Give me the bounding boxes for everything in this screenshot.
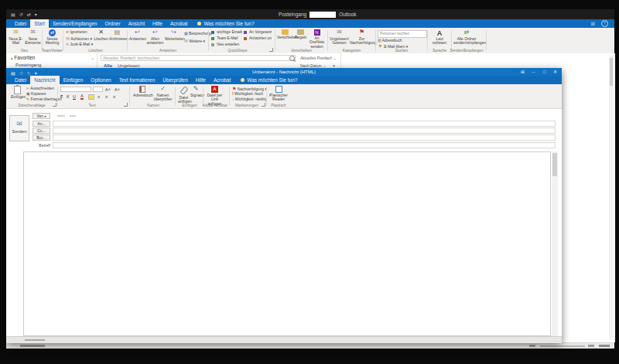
new-meeting-button[interactable]: ⇄ Neues Meeting (43, 29, 61, 46)
close-icon[interactable]: ✕ (550, 68, 560, 76)
forward-button[interactable]: ↪ Weiterleiten (165, 29, 183, 41)
maximize-icon[interactable]: □ (539, 68, 549, 76)
to-field[interactable] (53, 121, 556, 127)
italic-button[interactable]: K (67, 94, 70, 99)
ignore-button[interactable]: ⊘ Ignorieren (66, 30, 87, 35)
onenote-button[interactable]: N An OneNote senden (308, 29, 326, 49)
grow-font-button[interactable]: A˄ (105, 87, 111, 92)
more-respond-button[interactable]: ✉ Weitere ▾ (184, 39, 205, 44)
cc-button[interactable]: Cc... (32, 128, 50, 134)
importance-high-button[interactable]: ! Wichtigkeit: hoch (232, 92, 263, 97)
compose-tab-hilfe[interactable]: Hilfe (192, 76, 210, 84)
addressbook-button-compose[interactable]: Adressbuch (133, 86, 152, 97)
to-button[interactable]: An... (32, 121, 50, 127)
junk-button[interactable]: ⊘ Junk-E-Mail ▾ (66, 43, 93, 47)
cut-button[interactable]: ✂ Ausschneiden (26, 87, 54, 91)
clipboard-dialog-launcher[interactable] (53, 103, 56, 107)
bcc-field[interactable] (53, 134, 556, 141)
new-items-button[interactable]: ✉ Neue Elemente (25, 29, 41, 46)
compose-tab-nachricht[interactable]: Nachricht (30, 76, 59, 84)
new-email-button[interactable]: ✉ Neue E-Mail (8, 29, 24, 46)
ribbon-display-options-icon[interactable]: ⊞ (591, 21, 595, 27)
compose-tab-acrobat[interactable]: Acrobat (210, 76, 234, 84)
bold-button[interactable]: F (60, 94, 63, 99)
unread-read-button[interactable]: ✉ Ungelesen/ Gelesen (330, 29, 349, 46)
quickstep-wichtige-emails[interactable]: wichtige Emails (211, 30, 242, 35)
check-names-button[interactable]: ✓ Namen überprüfen (152, 86, 173, 102)
align-button[interactable]: ≡ (113, 94, 115, 99)
compose-tab-optionen[interactable]: Optionen (87, 76, 115, 84)
importance-low-button[interactable]: ↓ Wichtigkeit: niedrig (232, 97, 267, 102)
help-icon[interactable]: ? (601, 20, 608, 27)
bullet-list-button[interactable]: ≡ (97, 94, 100, 99)
minimize-icon[interactable]: – (528, 68, 539, 76)
compose-tab-datei[interactable]: Datei (11, 76, 30, 84)
undo-icon[interactable]: ↺ (19, 12, 23, 17)
main-tab-ordner[interactable]: Ordner (101, 19, 124, 28)
quicksteps-dialog-launcher[interactable] (269, 48, 273, 52)
zoom-in-control[interactable] (588, 345, 594, 347)
folder-item-posteingang[interactable]: Posteingang (15, 63, 41, 67)
favorites-header[interactable]: ▴ Favoriten (11, 55, 35, 60)
font-name-select[interactable] (60, 87, 91, 92)
meeting-button[interactable]: ▦ Besprechung (184, 32, 211, 36)
compose-tab-ueberpruefen[interactable]: Überprüfen (159, 76, 192, 84)
zoom-slider[interactable] (540, 345, 585, 347)
minimize-folder-pane-icon[interactable]: ⌄ (91, 55, 94, 60)
reply-all-button[interactable]: ↩ Allen antworten (146, 29, 164, 46)
delete-button[interactable]: ✕ Löschen (94, 29, 108, 41)
main-tab-start[interactable]: Start (30, 19, 49, 28)
font-size-select[interactable] (93, 87, 103, 92)
main-scrollbar[interactable] (609, 56, 614, 340)
send-receive-icon[interactable]: ⇄ (27, 12, 31, 17)
subject-field[interactable] (53, 142, 556, 148)
read-aloud-button[interactable]: A Laut vorlesen (429, 29, 450, 46)
quickstep-neu-erstellen[interactable]: Neu erstellen (211, 43, 242, 47)
compose-tab-einfuegen[interactable]: Einfügen (60, 76, 87, 84)
compose-scrollbar[interactable] (552, 151, 558, 336)
compose-scrollbar-thumb[interactable] (552, 153, 557, 176)
quickstep-antworten-loeschen[interactable]: Antworten und löschen (244, 36, 272, 41)
send-button[interactable]: ✉ Senden (9, 115, 29, 141)
signature-button[interactable]: ✎ Signatur (190, 86, 201, 97)
search-scope-dropdown[interactable]: Aktuelles Postfach ⌄ (300, 55, 337, 61)
attach-file-button[interactable]: Datei anfügen (178, 86, 190, 104)
paste-button[interactable]: Einfügen (11, 86, 24, 99)
main-tellme[interactable]: Was möchten Sie tun? (197, 19, 254, 28)
cleanup-button[interactable]: ✉ Aufräumen ▾ (66, 36, 92, 42)
reply-button[interactable]: ↩ Antworten (129, 29, 145, 41)
send-receive-all-button[interactable]: ⇄ Alle Ordner senden/empfangen (453, 29, 480, 46)
ribbon-display-options-icon[interactable]: ⊞ (518, 68, 528, 76)
copy-button[interactable]: ▣ Kopieren (26, 92, 46, 97)
main-scrollbar-thumb[interactable] (610, 58, 613, 86)
main-tab-datei[interactable]: Datei (11, 19, 30, 28)
quickstep-team-email[interactable]: Team E-Mail (211, 36, 242, 41)
main-tab-senden-empfangen[interactable]: Senden/Empfangen (49, 19, 101, 28)
search-input[interactable] (101, 55, 296, 61)
followup-button[interactable]: ⚑ Zur Nachverfolgung (350, 29, 374, 46)
highlight-button[interactable] (88, 94, 94, 100)
qat-customize-icon[interactable]: ▾ (35, 12, 37, 17)
from-button[interactable]: Von ▾ (32, 113, 50, 119)
cc-field[interactable] (53, 128, 556, 134)
archive-button[interactable]: ▤ Archivieren (109, 29, 125, 41)
numbered-list-button[interactable]: ≡ (105, 94, 108, 99)
compose-tellme[interactable]: Was möchten Sie tun? (241, 76, 297, 84)
bcc-button[interactable]: Bcc... (32, 134, 50, 141)
shrink-font-button[interactable]: A˅ (115, 87, 120, 92)
tags-dialog-launcher[interactable] (262, 103, 265, 107)
find-people-input[interactable]: Personen suchen (378, 30, 427, 38)
compose-tab-text-formatieren[interactable]: Text formatieren (115, 76, 159, 84)
save-icon[interactable]: ▤ (11, 12, 15, 17)
zoom-out-control[interactable] (529, 345, 535, 347)
quickstep-an-vorgesetzte[interactable]: An Vorgesetzte(n) (244, 30, 272, 35)
immersive-reader-button[interactable]: Plastischer Reader (269, 86, 288, 102)
font-color-button[interactable]: A (80, 94, 84, 100)
main-tab-acrobat[interactable]: Acrobat (166, 19, 191, 28)
message-body-editor[interactable] (23, 151, 551, 336)
underline-button[interactable]: U (73, 94, 76, 99)
rules-button[interactable]: Regeln (294, 29, 307, 39)
main-tab-hilfe[interactable]: Hilfe (149, 19, 166, 28)
main-tab-ansicht[interactable]: Ansicht (125, 19, 149, 28)
text-dialog-launcher[interactable] (124, 103, 128, 107)
